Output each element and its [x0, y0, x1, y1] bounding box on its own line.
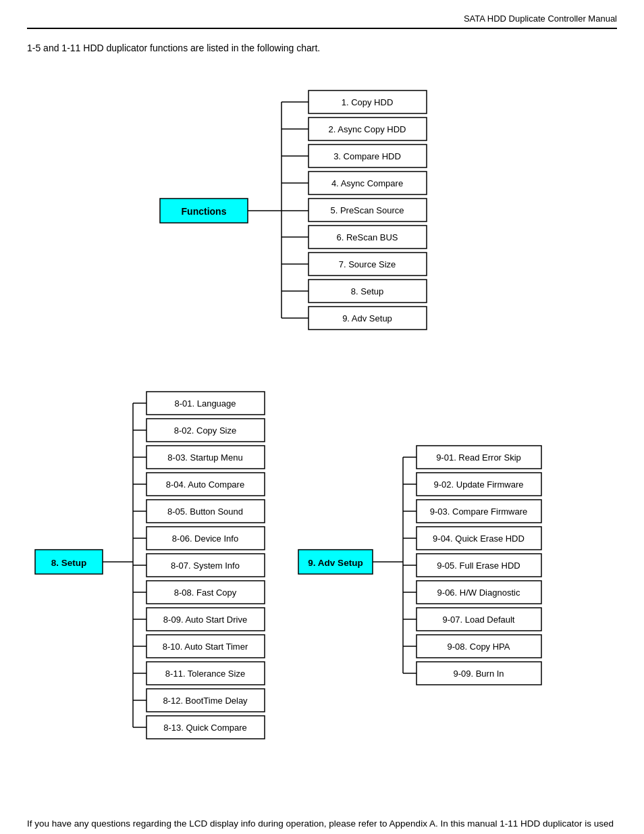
svg-text:5. PreScan Source: 5. PreScan Source [330, 205, 404, 215]
svg-text:7. Source Size: 7. Source Size [339, 259, 396, 269]
svg-text:1. Copy HDD: 1. Copy HDD [342, 97, 394, 107]
intro-paragraph: 1-5 and 1-11 HDD duplicator functions ar… [27, 43, 617, 53]
svg-text:4. Async Compare: 4. Async Compare [331, 178, 403, 188]
footer-paragraph: If you have any questions regarding the … [27, 816, 617, 834]
svg-text:9-01. Read Error Skip: 9-01. Read Error Skip [436, 452, 521, 463]
svg-text:8-03. Startup Menu: 8-03. Startup Menu [167, 452, 242, 463]
svg-text:9-05. Full Erase HDD: 9-05. Full Erase HDD [437, 561, 520, 571]
footer-text: If you have any questions regarding the … [27, 818, 614, 834]
bottom-chart: 8. Setup 8-01. Language 8-02. Copy Size … [27, 377, 617, 796]
header-title: SATA HDD Duplicate Controller Manual [464, 14, 617, 24]
svg-text:8-05. Button Sound: 8-05. Button Sound [167, 506, 243, 517]
svg-text:9-07. Load  Default: 9-07. Load Default [443, 615, 515, 625]
svg-text:8. Setup: 8. Setup [351, 286, 383, 296]
svg-text:8-09. Auto Start Drive: 8-09. Auto Start Drive [163, 615, 247, 625]
svg-text:9-03. Compare Firmware: 9-03. Compare Firmware [430, 506, 528, 517]
svg-text:9-04. Quick Erase HDD: 9-04. Quick Erase HDD [433, 533, 525, 544]
svg-text:9. Adv Setup: 9. Adv Setup [308, 558, 363, 568]
svg-text:8-11. Tolerance Size: 8-11. Tolerance Size [165, 669, 245, 679]
svg-text:8-12. BootTime Delay: 8-12. BootTime Delay [163, 696, 248, 706]
svg-text:Functions: Functions [182, 206, 227, 217]
svg-text:9-08. Copy HPA: 9-08. Copy HPA [448, 642, 510, 652]
svg-text:8-07. System Info: 8-07. System Info [171, 561, 240, 571]
svg-text:8-01. Language: 8-01. Language [174, 398, 236, 409]
svg-text:8-02. Copy Size: 8-02. Copy Size [174, 425, 237, 436]
svg-text:8-04. Auto Compare: 8-04. Auto Compare [166, 479, 244, 490]
svg-text:8-08. Fast Copy: 8-08. Fast Copy [174, 588, 237, 598]
svg-text:6. ReScan BUS: 6. ReScan BUS [336, 232, 398, 242]
svg-text:8-06. Device Info: 8-06. Device Info [172, 533, 238, 544]
page-header: SATA HDD Duplicate Controller Manual [27, 14, 617, 29]
svg-text:8. Setup: 8. Setup [51, 558, 87, 568]
svg-text:9-06. H/W Diagnostic: 9-06. H/W Diagnostic [437, 588, 520, 598]
bottom-chart-svg: 8. Setup 8-01. Language 8-02. Copy Size … [28, 377, 616, 796]
intro-text: 1-5 and 1-11 HDD duplicator functions ar… [27, 43, 320, 53]
svg-text:9. Adv Setup: 9. Adv Setup [342, 313, 392, 323]
svg-text:9-09. Burn In: 9-09. Burn In [453, 669, 504, 679]
svg-text:9-02. Update Firmware: 9-02. Update Firmware [434, 479, 524, 490]
svg-text:2. Async Copy HDD: 2. Async Copy HDD [329, 124, 406, 134]
svg-text:8-13. Quick Compare: 8-13. Quick Compare [163, 723, 247, 733]
svg-text:8-10. Auto Start Timer: 8-10. Auto Start Timer [163, 642, 248, 652]
svg-text:3. Compare HDD: 3. Compare HDD [333, 151, 401, 161]
top-chart-svg: Functions 1. Copy HDD 2. Async Copy HDD … [146, 74, 498, 350]
top-chart: Functions 1. Copy HDD 2. Async Copy HDD … [27, 74, 617, 350]
